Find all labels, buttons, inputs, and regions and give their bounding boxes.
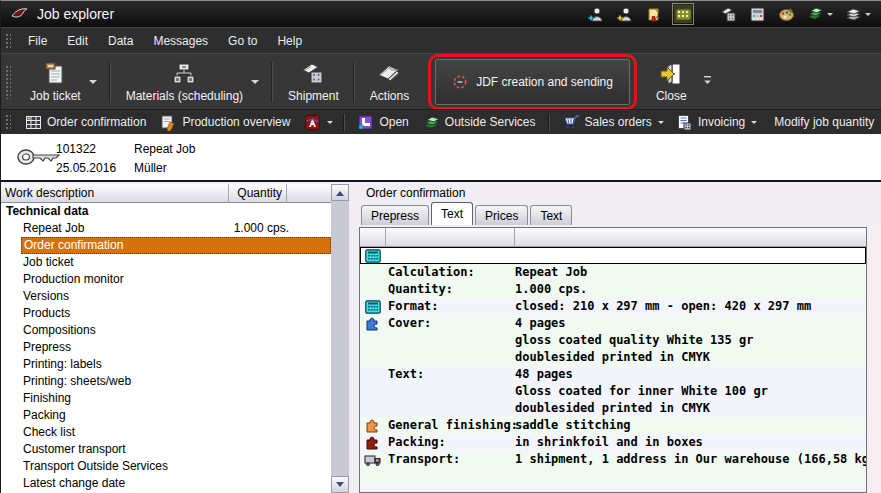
toolbar2-button[interactable]: Sales orders <box>555 111 669 134</box>
tab[interactable]: Prices <box>475 205 528 225</box>
tree-item[interactable]: Repeat Job 1.000 cps. <box>1 220 331 237</box>
row-value: 1.000 cps. <box>515 281 866 298</box>
package-icon[interactable] <box>719 5 737 23</box>
calculator-icon[interactable] <box>748 5 766 23</box>
row-label: Packing: <box>386 434 515 451</box>
content-row[interactable]: General finishing: saddle stitching <box>360 417 866 434</box>
left-panel-scrollbar[interactable] <box>331 184 349 493</box>
toolbar2-button[interactable]: Production overview <box>153 111 297 134</box>
stack-icon[interactable] <box>844 5 862 23</box>
toolbar-overflow-icon[interactable] <box>703 73 712 91</box>
content-row[interactable]: doublesided printed in CMYK <box>360 400 866 417</box>
toolbar-button[interactable]: Close <box>644 58 699 106</box>
content-row[interactable]: Format: closed: 210 x 297 mm - open: 420… <box>360 298 866 315</box>
puzzle-orange-icon <box>360 417 386 434</box>
tab[interactable]: Text <box>431 202 473 225</box>
content-row[interactable]: Transport: 1 shipment, 1 address in Our … <box>360 451 866 468</box>
sales-orders-icon <box>562 114 580 131</box>
menu-item[interactable]: Data <box>98 29 143 53</box>
menu-item[interactable]: File <box>18 29 57 53</box>
materials-icon <box>170 61 198 87</box>
menu-item[interactable]: Edit <box>57 29 98 53</box>
toolbar-button[interactable]: Materials (scheduling) <box>114 58 269 106</box>
content-row[interactable]: doublesided printed in CMYK <box>360 349 866 366</box>
toolbar2-button[interactable]: Invoicing <box>669 111 762 134</box>
content-row[interactable]: Cover: 4 pages <box>360 315 866 332</box>
toolbar2-button[interactable]: Modify job quantity <box>762 112 881 132</box>
toolbar-grip[interactable] <box>5 33 11 49</box>
toolbar2-button[interactable]: Open <box>350 111 415 134</box>
row-value <box>515 247 866 264</box>
layers-icon[interactable] <box>806 5 824 23</box>
work-description-tree: Technical data Repeat Job 1.000 cps. Ord… <box>1 203 331 493</box>
row-label: Transport: <box>386 451 515 468</box>
menu-item[interactable]: Messages <box>143 29 218 53</box>
toolbar-button[interactable]: Actions <box>358 58 421 106</box>
job-customer: Müller <box>134 159 195 178</box>
tree-item[interactable]: Finishing <box>1 390 331 407</box>
menu-item[interactable]: Go to <box>218 29 267 53</box>
content-row[interactable]: gloss coated quality White 135 gr <box>360 332 866 349</box>
scroll-up-button[interactable] <box>331 184 349 201</box>
toolbar-button[interactable]: Shipment <box>276 58 351 106</box>
toolbar-grip[interactable] <box>5 65 11 99</box>
tree-item[interactable]: Transport Outside Services <box>1 458 331 475</box>
actions-icon <box>376 61 402 87</box>
user-edit-icon[interactable] <box>616 5 634 23</box>
tree-item[interactable]: Printing: sheets/web <box>1 373 331 390</box>
jdf-icon <box>452 74 468 90</box>
column-header-quantity[interactable]: Quantity <box>229 184 287 203</box>
job-number-date: 101322 25.05.2016 <box>56 140 116 178</box>
menu-item[interactable]: Help <box>267 29 312 53</box>
tab[interactable]: Text <box>530 205 572 225</box>
row-value: saddle stitching <box>515 417 866 434</box>
tree-item[interactable]: Versions <box>1 288 331 305</box>
toolbar-button[interactable]: Job ticket <box>18 58 107 106</box>
toolbar-button[interactable]: JDF creation and sending <box>435 59 630 105</box>
row-label: Calculation: <box>386 264 515 281</box>
toolbar2-button[interactable]: Outside Services <box>416 111 543 134</box>
outside-services-icon <box>423 114 440 131</box>
job-ticket-icon <box>42 61 68 87</box>
tree-item[interactable]: Check list <box>1 424 331 441</box>
tree-group-label[interactable]: Technical data <box>1 203 331 220</box>
grid-icon <box>25 114 42 131</box>
tree-item[interactable]: Products <box>1 305 331 322</box>
order-confirmation-content: Calculation: Repeat Job Quantity: 1.000 … <box>359 227 867 493</box>
row-value: Gloss coated for inner White 100 gr <box>515 383 866 400</box>
up-arrow-icon <box>336 187 344 196</box>
content-filler <box>360 485 866 492</box>
tree-item[interactable]: Order confirmation <box>21 237 331 254</box>
toolbar2-button[interactable] <box>297 111 338 134</box>
tree-item[interactable]: Job ticket <box>1 254 331 271</box>
column-header-blank <box>287 184 331 203</box>
tree-item[interactable]: Printing: labels <box>1 356 331 373</box>
content-row[interactable]: Packing: in shrinkfoil and in boxes <box>360 434 866 451</box>
scroll-down-button[interactable] <box>331 476 349 493</box>
keypad-icon[interactable] <box>674 5 692 23</box>
toolbar2-button[interactable]: Order confirmation <box>18 111 153 134</box>
row-value: gloss coated quality White 135 gr <box>515 332 866 349</box>
tree-item[interactable]: Compositions <box>1 322 331 339</box>
row-label <box>386 400 515 417</box>
content-row[interactable]: Text: 48 pages <box>360 366 866 383</box>
tab[interactable]: Prepress <box>361 205 429 225</box>
tree-item[interactable]: Production monitor <box>1 271 331 288</box>
tree-item[interactable]: Latest change date <box>1 475 331 492</box>
content-row[interactable]: Quantity: 1.000 cps. <box>360 281 866 298</box>
content-row[interactable] <box>360 247 866 264</box>
column-header-work-description[interactable]: Work description <box>1 184 229 203</box>
content-row[interactable]: Gloss coated for inner White 100 gr <box>360 383 866 400</box>
close-icon <box>658 61 684 87</box>
tree-item[interactable]: Packing <box>1 407 331 424</box>
right-panel-scroll-area[interactable] <box>867 227 881 493</box>
window-title: Job explorer <box>37 6 114 22</box>
job-info-bar: 101322 25.05.2016 Repeat Job Müller <box>1 134 881 182</box>
palette-icon[interactable] <box>777 5 795 23</box>
note-export-icon[interactable] <box>645 5 663 23</box>
tree-item[interactable]: Customer transport <box>1 441 331 458</box>
tree-item[interactable]: Prepress <box>1 339 331 356</box>
content-row[interactable]: Calculation: Repeat Job <box>360 264 866 281</box>
user-add-icon[interactable] <box>587 5 605 23</box>
toolbar-grip[interactable] <box>5 114 11 130</box>
